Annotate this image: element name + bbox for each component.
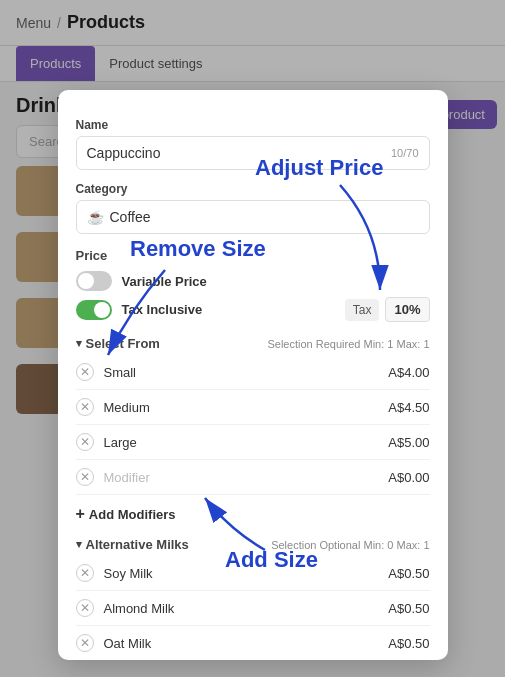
selection-info: Selection Required Min: 1 Max: 1: [267, 338, 429, 350]
milk-name-soy: Soy Milk: [104, 566, 389, 581]
tax-box: Tax 10%: [345, 297, 430, 322]
tax-inclusive-row: Tax Inclusive Tax 10%: [76, 297, 430, 322]
modal-overlay: Name Cappuccino 10/70 Category ☕ Coffee …: [0, 0, 505, 677]
tax-inclusive-toggle[interactable]: [76, 300, 112, 320]
variable-price-toggle[interactable]: [76, 271, 112, 291]
size-name-modifier: Modifier: [104, 470, 389, 485]
milk-row-almond: ✕ Almond Milk A$0.50: [76, 591, 430, 626]
category-input[interactable]: ☕ Coffee: [76, 200, 430, 234]
add-modifiers-button[interactable]: Add Modifiers: [76, 505, 430, 523]
size-name-small: Small: [104, 365, 389, 380]
select-from-label[interactable]: Select From: [76, 336, 160, 351]
size-row-medium: ✕ Medium A$4.50: [76, 390, 430, 425]
price-section: Price Variable Price Tax Inclusive Tax 1…: [76, 248, 430, 322]
name-counter: 10/70: [391, 147, 419, 159]
milk-name-almond: Almond Milk: [104, 601, 389, 616]
remove-size-small-button[interactable]: ✕: [76, 363, 94, 381]
milk-price-oat: A$0.50: [388, 636, 429, 651]
milk-row-soy: ✕ Soy Milk A$0.50: [76, 556, 430, 591]
name-input[interactable]: Cappuccino 10/70: [76, 136, 430, 170]
size-price-small: A$4.00: [388, 365, 429, 380]
variable-price-row: Variable Price: [76, 271, 430, 291]
size-name-medium: Medium: [104, 400, 389, 415]
milk-price-almond: A$0.50: [388, 601, 429, 616]
milk-price-soy: A$0.50: [388, 566, 429, 581]
modal-body: Name Cappuccino 10/70 Category ☕ Coffee …: [58, 90, 448, 660]
product-edit-modal: Name Cappuccino 10/70 Category ☕ Coffee …: [58, 90, 448, 660]
tax-value[interactable]: 10%: [385, 297, 429, 322]
remove-size-medium-button[interactable]: ✕: [76, 398, 94, 416]
remove-almond-milk-button[interactable]: ✕: [76, 599, 94, 617]
remove-size-modifier-button[interactable]: ✕: [76, 468, 94, 486]
variable-price-label: Variable Price: [122, 274, 207, 289]
milk-row-oat: ✕ Oat Milk A$0.50: [76, 626, 430, 660]
size-row-large: ✕ Large A$5.00: [76, 425, 430, 460]
remove-oat-milk-button[interactable]: ✕: [76, 634, 94, 652]
alt-milks-label[interactable]: Alternative Milks: [76, 537, 189, 552]
price-label: Price: [76, 248, 430, 263]
name-label: Name: [76, 118, 430, 132]
milk-name-oat: Oat Milk: [104, 636, 389, 651]
remove-soy-milk-button[interactable]: ✕: [76, 564, 94, 582]
alt-milks-info: Selection Optional Min: 0 Max: 1: [271, 539, 429, 551]
alt-milks-header: Alternative Milks Selection Optional Min…: [76, 537, 430, 552]
tax-inclusive-label: Tax Inclusive: [122, 302, 203, 317]
name-value: Cappuccino: [87, 145, 161, 161]
size-name-large: Large: [104, 435, 389, 450]
size-price-modifier: A$0.00: [388, 470, 429, 485]
size-row-small: ✕ Small A$4.00: [76, 355, 430, 390]
category-value: Coffee: [110, 209, 151, 225]
category-label: Category: [76, 182, 430, 196]
size-row-modifier: ✕ Modifier A$0.00: [76, 460, 430, 495]
select-from-header: Select From Selection Required Min: 1 Ma…: [76, 336, 430, 351]
remove-size-large-button[interactable]: ✕: [76, 433, 94, 451]
category-icon: ☕: [87, 209, 104, 225]
size-price-large: A$5.00: [388, 435, 429, 450]
size-price-medium: A$4.50: [388, 400, 429, 415]
tax-label: Tax: [345, 299, 380, 321]
